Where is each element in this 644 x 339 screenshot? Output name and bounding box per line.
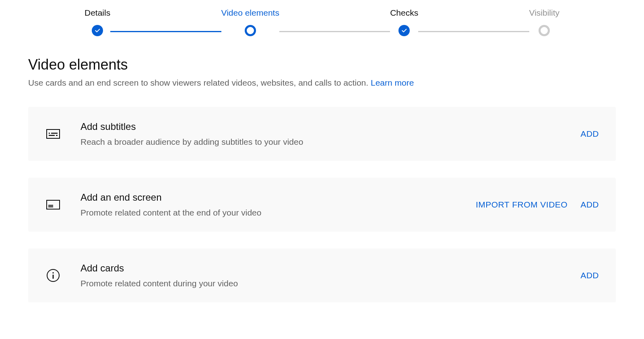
step-label: Checks (390, 8, 418, 18)
page-title: Video elements (28, 56, 616, 73)
card-text: Add cards Promote related content during… (80, 263, 580, 288)
svg-rect-8 (53, 272, 54, 273)
import-from-video-button[interactable]: IMPORT FROM VIDEO (476, 200, 568, 210)
card-actions: ADD (580, 271, 599, 280)
pending-step-icon (539, 25, 550, 36)
card-desc: Promote related content during your vide… (80, 279, 580, 288)
card-add-cards: Add cards Promote related content during… (28, 249, 616, 302)
card-desc: Promote related content at the end of yo… (80, 208, 476, 218)
learn-more-link[interactable]: Learn more (371, 78, 414, 87)
card-actions: IMPORT FROM VIDEO ADD (476, 200, 599, 210)
stepper-connector (110, 31, 221, 32)
svg-rect-3 (49, 135, 55, 136)
step-visibility[interactable]: Visibility (529, 8, 559, 36)
card-actions: ADD (580, 129, 599, 139)
step-label: Visibility (529, 8, 559, 18)
svg-rect-2 (51, 133, 58, 134)
svg-rect-6 (48, 205, 53, 208)
svg-rect-1 (49, 133, 50, 134)
check-circle-icon (398, 25, 410, 36)
subtitle-text: Use cards and an end screen to show view… (28, 78, 371, 87)
add-end-screen-button[interactable]: ADD (580, 200, 599, 210)
card-text: Add an end screen Promote related conten… (80, 192, 476, 218)
current-step-icon (245, 25, 256, 36)
add-subtitles-button[interactable]: ADD (580, 129, 599, 139)
info-icon (45, 269, 61, 282)
check-circle-icon (92, 25, 103, 36)
stepper-connector (418, 31, 529, 32)
stepper-connector (279, 31, 390, 32)
card-title: Add subtitles (80, 121, 580, 132)
upload-stepper: Details Video elements Checks Visibility (28, 8, 616, 36)
step-details[interactable]: Details (85, 8, 110, 36)
step-label: Details (85, 8, 110, 18)
element-card-list: Add subtitles Reach a broader audience b… (28, 107, 616, 302)
card-subtitles: Add subtitles Reach a broader audience b… (28, 107, 616, 161)
step-checks[interactable]: Checks (390, 8, 418, 36)
svg-rect-0 (47, 129, 60, 138)
card-title: Add cards (80, 263, 580, 274)
card-title: Add an end screen (80, 192, 476, 203)
svg-rect-9 (53, 275, 54, 279)
step-label: Video elements (221, 8, 279, 18)
step-video-elements[interactable]: Video elements (221, 8, 279, 36)
card-text: Add subtitles Reach a broader audience b… (80, 121, 580, 147)
card-desc: Reach a broader audience by adding subti… (80, 137, 580, 147)
subtitles-icon (45, 129, 61, 139)
add-cards-button[interactable]: ADD (580, 271, 599, 280)
card-end-screen: Add an end screen Promote related conten… (28, 178, 616, 232)
end-screen-icon (45, 200, 61, 210)
svg-rect-4 (56, 135, 58, 136)
page-subtitle: Use cards and an end screen to show view… (28, 78, 616, 88)
